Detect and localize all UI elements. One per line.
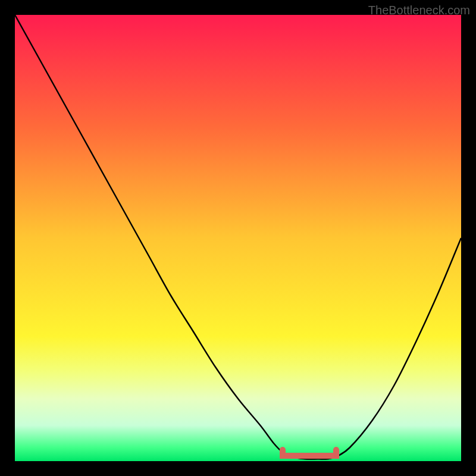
chart-background: [15, 15, 461, 461]
watermark-text: TheBottleneck.com: [368, 4, 470, 17]
chart-container: [15, 15, 461, 461]
chart-svg: [15, 15, 461, 461]
